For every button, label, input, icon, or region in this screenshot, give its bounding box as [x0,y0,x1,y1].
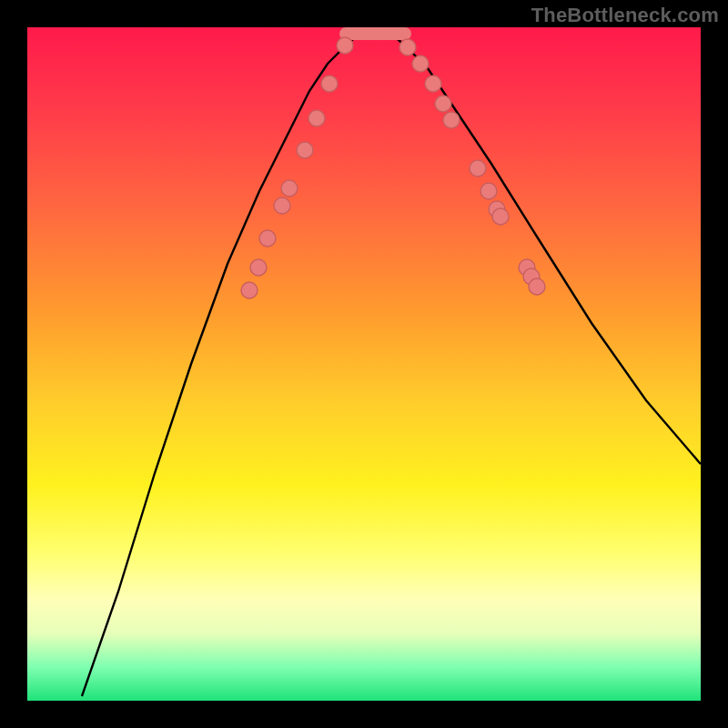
data-point [480,183,497,199]
data-point [425,76,441,92]
data-point [321,76,338,92]
data-point [281,180,298,197]
data-point [492,208,509,225]
data-point [241,282,258,298]
data-point [337,37,353,54]
data-point [399,39,416,56]
curve-svg [27,27,701,701]
bottleneck-curve [82,34,701,696]
data-point [412,56,429,72]
watermark-text: TheBottleneck.com [531,4,719,27]
data-point [470,160,486,177]
data-point [297,142,313,158]
data-point [443,112,460,128]
data-point [308,110,325,126]
data-point [250,259,267,276]
data-point [435,96,451,112]
chart-stage: TheBottleneck.com [0,0,728,728]
data-point [529,278,545,295]
data-point [274,197,290,214]
data-points-left [241,37,353,298]
data-point [259,230,276,247]
data-points-right [399,39,545,295]
plot-area [27,27,701,701]
